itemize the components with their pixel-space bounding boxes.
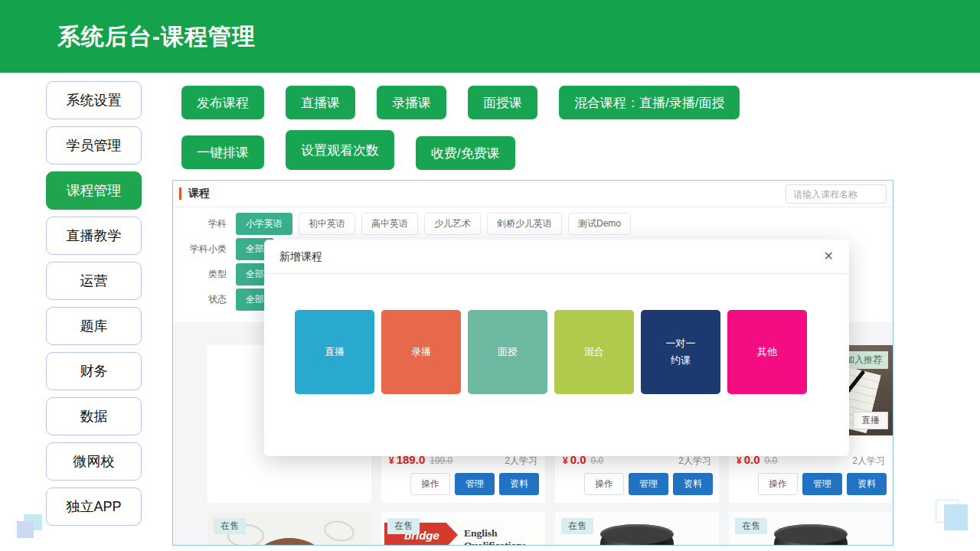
students-count: 2人学习: [852, 455, 885, 468]
page-header: 系统后台-课程管理: [0, 0, 980, 73]
on-sale-badge: 在售: [735, 518, 767, 534]
subject-tag[interactable]: 测试Demo: [568, 213, 631, 235]
page-title: 系统后台-课程管理: [57, 0, 256, 73]
sidebar-item-label: 系统设置: [67, 91, 122, 109]
sidebar-item-label: 课程管理: [67, 181, 122, 200]
filter-row-subject: 学科 小学英语 初中英语 高中英语 少儿艺术 剑桥少儿英语 测试Demo: [173, 211, 893, 236]
filter-label: 学科: [173, 217, 227, 230]
one-click-schedule-button[interactable]: 一键排课: [181, 135, 264, 169]
photo-cylinder-shape: [600, 533, 674, 546]
course-type-tag: 直播: [853, 412, 888, 429]
operate-button[interactable]: 操作: [584, 473, 624, 495]
manage-button[interactable]: 管理: [802, 473, 842, 495]
decoration-square: [944, 504, 968, 530]
material-button[interactable]: 资料: [499, 473, 539, 495]
original-price: 199.0: [430, 455, 452, 466]
quick-actions-row-1: 发布课程 直播课 录播课 面授课 混合课程：直播/录播/面授: [181, 86, 740, 119]
publish-course-button[interactable]: 发布课程: [181, 86, 264, 119]
close-icon[interactable]: ✕: [824, 249, 834, 263]
modal-title: 新增课程: [279, 250, 322, 264]
subject-tag[interactable]: 少儿艺术: [424, 213, 481, 235]
students-count: 2人学习: [505, 455, 537, 468]
card-actions: 操作 管理 资料: [381, 468, 545, 495]
course-type-recorded[interactable]: 录播: [381, 310, 461, 394]
sidebar-item-label: 学员管理: [67, 136, 122, 155]
sidebar-item-label: 直播教学: [67, 227, 122, 245]
original-price: 0.0: [591, 455, 604, 466]
course-cover-photo: 在售: [555, 512, 719, 546]
sidebar-item-label: 财务: [80, 362, 108, 380]
brand-title-text: English Qualifications: [464, 527, 545, 546]
sidebar-item-label: 数据: [80, 407, 108, 425]
course-type-other[interactable]: 其他: [727, 310, 807, 394]
search-input[interactable]: [786, 184, 887, 204]
course-type-offline[interactable]: 面授: [468, 310, 547, 394]
paid-free-course-button[interactable]: 收费/免费课: [416, 136, 515, 170]
mixed-course-button[interactable]: 混合课程：直播/录播/面授: [559, 86, 740, 119]
recorded-course-button[interactable]: 录播课: [377, 86, 446, 119]
set-view-count-button[interactable]: 设置观看次数: [286, 130, 394, 170]
on-sale-badge: 在售: [561, 518, 593, 534]
course-card[interactable]: 在售: [729, 512, 893, 546]
sidebar-item-standalone-app[interactable]: 独立APP: [46, 487, 142, 526]
original-price: 0.0: [765, 455, 778, 466]
course-cover-photo: 在售: [207, 512, 371, 546]
sidebar-item-course-management[interactable]: 课程管理: [46, 171, 142, 210]
course-type-live[interactable]: 直播: [295, 310, 374, 394]
sidebar-item-system-settings[interactable]: 系统设置: [46, 81, 142, 119]
sidebar-item-micro-school[interactable]: 微网校: [46, 442, 142, 481]
course-type-one-on-one[interactable]: 一对一 约课: [641, 310, 720, 394]
subject-tag[interactable]: 高中英语: [361, 213, 418, 235]
new-course-modal: 新增课程 ✕ 直播 录播 面授 混合 一对一 约课 其他: [264, 240, 849, 456]
operate-button[interactable]: 操作: [758, 473, 798, 495]
manage-button[interactable]: 管理: [629, 473, 668, 495]
sidebar-item-question-bank[interactable]: 题库: [46, 307, 142, 345]
subject-tag[interactable]: 小学英语: [236, 213, 292, 235]
sidebar-item-label: 运营: [80, 272, 108, 290]
sidebar-item-label: 微网校: [74, 452, 115, 471]
course-card[interactable]: bridge English Qualifications 在售: [381, 512, 545, 546]
subject-tags: 小学英语 初中英语 高中英语 少儿艺术 剑桥少儿英语 测试Demo: [236, 213, 631, 235]
subject-tag[interactable]: 剑桥少儿英语: [487, 213, 562, 235]
quick-actions-row-2: 一键排课 设置观看次数 收费/免费课: [181, 130, 515, 170]
filter-label: 状态: [173, 293, 227, 306]
material-button[interactable]: 资料: [847, 473, 887, 495]
sidebar-item-student-management[interactable]: 学员管理: [46, 126, 142, 165]
course-card[interactable]: 在售: [207, 512, 371, 546]
operate-button[interactable]: 操作: [410, 473, 450, 495]
currency-symbol: ¥: [563, 455, 568, 466]
course-cover-photo: bridge English Qualifications 在售: [381, 512, 545, 546]
card-actions: 操作 管理 资料: [555, 468, 719, 495]
currency-symbol: ¥: [389, 455, 394, 466]
offline-course-button[interactable]: 面授课: [468, 86, 537, 119]
filter-label: 学科小类: [173, 243, 227, 256]
course-panel-header: 课程: [173, 181, 893, 207]
sidebar-item-data[interactable]: 数据: [46, 397, 142, 435]
sidebar-item-label: 独立APP: [66, 497, 121, 516]
live-course-button[interactable]: 直播课: [286, 86, 355, 119]
material-button[interactable]: 资料: [673, 473, 713, 495]
course-card[interactable]: 在售: [555, 512, 719, 546]
modal-header: 新增课程 ✕: [264, 240, 849, 274]
course-type-mixed[interactable]: 混合: [554, 310, 634, 394]
sidebar: 系统设置 学员管理 课程管理 直播教学 运营 题库 财务 数据 微网校 独立AP…: [46, 81, 142, 526]
photo-cylinder-shape: [774, 533, 848, 546]
decoration-square: [17, 521, 34, 538]
students-count: 2人学习: [678, 455, 711, 468]
on-sale-badge: 在售: [214, 518, 246, 534]
sidebar-item-label: 题库: [80, 317, 108, 335]
card-actions: 操作 管理 资料: [729, 468, 893, 495]
manage-button[interactable]: 管理: [455, 473, 495, 495]
course-cover-photo: 在售: [729, 512, 893, 546]
on-sale-badge: 在售: [387, 518, 420, 534]
photo-doodle-shape: [322, 518, 357, 544]
panel-title: 课程: [188, 187, 210, 201]
subject-tag[interactable]: 初中英语: [299, 213, 355, 235]
course-type-cards: 直播 录播 面授 混合 一对一 约课 其他: [295, 310, 807, 394]
sidebar-item-live-teaching[interactable]: 直播教学: [46, 217, 142, 255]
sidebar-item-operations[interactable]: 运营: [46, 262, 142, 300]
filter-label: 类型: [173, 268, 227, 281]
title-accent-bar: [179, 187, 181, 200]
sidebar-item-finance[interactable]: 财务: [46, 352, 142, 390]
currency-symbol: ¥: [737, 455, 742, 466]
